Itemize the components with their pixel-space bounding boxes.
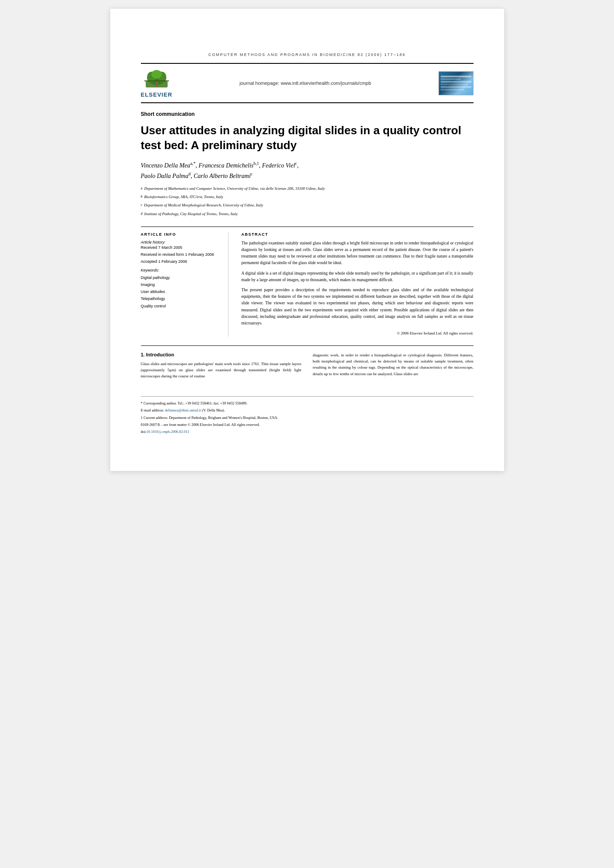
- article-title: User attitudes in analyzing digital slid…: [141, 123, 474, 153]
- keyword-2: Imaging: [141, 281, 221, 288]
- journal-header: COMPUTER METHODS AND PROGRAMS IN BIOMEDI…: [141, 52, 474, 103]
- journal-banner: ELSEVIER journal homepage: www.intl.else…: [141, 63, 474, 103]
- revised-date: Received in revised form 1 February 2006: [141, 252, 221, 257]
- authors-line: Vincenzo Della Meaa,*, Francesca Demiche…: [141, 160, 474, 181]
- abstract-para-3: The present paper provides a description…: [242, 287, 474, 327]
- accepted-date: Accepted 1 February 2006: [141, 259, 221, 264]
- author-5-sup: c: [251, 171, 253, 176]
- author-3: Federico Viel: [262, 162, 295, 168]
- doi-link[interactable]: 10.1016/j.cmpb.2006.02.011: [147, 429, 189, 434]
- journal-homepage: journal homepage: www.intl.elsevierhealt…: [172, 80, 439, 86]
- affiliation-c: c Department of Medical Morphological Re…: [141, 202, 474, 210]
- body-col-left: 1. Introduction Glass slides and microsc…: [141, 352, 302, 383]
- keyword-4: Telepathology: [141, 295, 221, 302]
- issn-note: 0169-2607/$ – see front matter © 2006 El…: [141, 422, 474, 428]
- email-link[interactable]: dellamea@dimi.uniud.it: [165, 408, 201, 412]
- elsevier-logo: ELSEVIER: [141, 68, 172, 98]
- history-label: Article history:: [141, 240, 221, 244]
- copyright-notice: © 2006 Elsevier Ireland Ltd. All rights …: [242, 330, 474, 336]
- top-blank: [141, 35, 474, 52]
- svg-rect-6: [144, 80, 169, 81]
- author-2: Francesca Demichelis: [199, 162, 254, 168]
- keywords-label: Keywords:: [141, 268, 221, 272]
- section1-body-2: diagnostic work, in order to render a hi…: [313, 352, 474, 377]
- body-col-right: diagnostic work, in order to render a hi…: [313, 352, 474, 383]
- article-info-title: ARTICLE INFO: [141, 232, 221, 237]
- page: COMPUTER METHODS AND PROGRAMS IN BIOMEDI…: [110, 9, 504, 471]
- journal-cover-thumbnail: [439, 71, 474, 95]
- author-1-sup: a,*: [190, 161, 196, 166]
- elsevier-brand-text: ELSEVIER: [141, 91, 172, 98]
- affiliations-block: a Department of Mathematics and Computer…: [141, 185, 474, 219]
- elsevier-tree-icon: [144, 68, 170, 90]
- affiliation-a: a Department of Mathematics and Computer…: [141, 185, 474, 193]
- abstract-title: ABSTRACT: [242, 232, 474, 237]
- article-info-abstract-section: ARTICLE INFO Article history: Received 7…: [141, 227, 474, 337]
- body-two-col: 1. Introduction Glass slides and microsc…: [141, 352, 474, 383]
- abstract-para-2: A digital slide is a set of digital imag…: [242, 270, 474, 283]
- keyword-5: Quality control: [141, 303, 221, 310]
- abstract-text: The pathologist examines suitably staine…: [242, 240, 474, 337]
- author-1: Vincenzo Della Mea: [141, 162, 190, 168]
- abstract-column: ABSTRACT The pathologist examines suitab…: [242, 232, 474, 337]
- abstract-para-1: The pathologist examines suitably staine…: [242, 240, 474, 267]
- author-2-sup: b,1: [253, 161, 259, 166]
- author-3-sup: c: [295, 161, 297, 166]
- journal-title-top: COMPUTER METHODS AND PROGRAMS IN BIOMEDI…: [141, 52, 474, 57]
- affiliation-d: d Institute of Pathology, City Hospital …: [141, 211, 474, 219]
- section1-title: 1. Introduction: [141, 352, 302, 357]
- keyword-1: Digital pathology: [141, 274, 221, 281]
- svg-point-4: [151, 70, 162, 79]
- article-info-column: ARTICLE INFO Article history: Received 7…: [141, 232, 228, 337]
- affiliation-b: b Bioinformatics Group, SRA, ITC/irst, T…: [141, 194, 474, 202]
- author-5: Carlo Alberto Beltrami: [193, 172, 250, 179]
- body-divider: [141, 345, 474, 346]
- email-note: E-mail address: dellamea@dimi.uniud.it (…: [141, 407, 474, 413]
- doi-note: doi:10.1016/j.cmpb.2006.02.011: [141, 429, 474, 435]
- footnotes-block: * Corresponding author. Tel.: +39 0432 5…: [141, 396, 474, 435]
- keyword-3: User attitudes: [141, 288, 221, 295]
- author-4-sup: d: [188, 171, 190, 176]
- section1-body-1: Glass slides and microscopes are patholo…: [141, 361, 302, 380]
- section-type-label: Short communication: [141, 111, 474, 117]
- received-date: Received 7 March 2005: [141, 245, 221, 250]
- author-4: Paolo Dalla Palma: [141, 172, 189, 179]
- svg-rect-5: [155, 81, 158, 87]
- corresponding-author-note: * Corresponding author. Tel.: +39 0432 5…: [141, 400, 474, 406]
- footnote-1: 1 Current address: Department of Patholo…: [141, 415, 474, 421]
- keywords-list: Digital pathology Imaging User attitudes…: [141, 274, 221, 310]
